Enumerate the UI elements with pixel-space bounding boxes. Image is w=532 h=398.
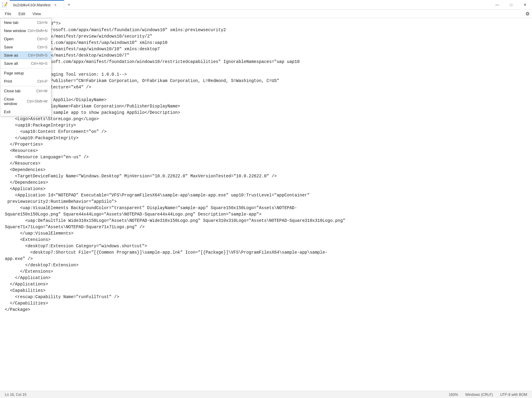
active-tab[interactable]: bu2xblkv4.b3r.Manifest ✕ xyxy=(10,0,64,10)
menu-file[interactable]: File xyxy=(1,10,15,18)
menu-divider xyxy=(0,68,51,68)
menu-item-label: New tab xyxy=(4,20,18,25)
menu-item-save[interactable]: SaveCtrl+S xyxy=(0,43,51,51)
menu-item-new-window[interactable]: New windowCtrl+Shift+N xyxy=(0,27,51,35)
menu-view[interactable]: View xyxy=(29,10,44,18)
close-button[interactable]: ✕ xyxy=(518,0,532,10)
menu-item-shortcut: Ctrl+N xyxy=(37,21,47,25)
tab-close-button[interactable]: ✕ xyxy=(53,3,58,7)
menu-item-close-window[interactable]: Close windowCtrl+Shift+W xyxy=(0,95,51,108)
status-right: 160% Windows (CRLF) UTF-8 with BOM xyxy=(449,393,527,397)
menu-item-label: Save xyxy=(4,45,13,49)
menu-item-save-as[interactable]: Save asCtrl+Shift+S xyxy=(0,51,51,59)
settings-icon[interactable]: ⚙ xyxy=(525,11,530,17)
maximize-button[interactable]: □ xyxy=(504,0,518,10)
menu-item-shortcut: Ctrl+Shift+S xyxy=(28,53,47,58)
zoom-level[interactable]: 160% xyxy=(449,393,458,397)
menu-item-print[interactable]: PrintCtrl+P xyxy=(0,77,51,85)
new-tab-button[interactable]: + xyxy=(64,0,74,10)
menu-divider xyxy=(0,86,51,86)
text-editor[interactable]: 0" encoding="utf-8"?> ttp://schemas.micr… xyxy=(0,18,532,391)
menu-item-label: Page setup xyxy=(4,71,24,75)
menu-item-new-tab[interactable]: New tabCtrl+N xyxy=(0,18,51,27)
status-left: Ln 16, Col 15 xyxy=(5,393,26,397)
menu-item-open[interactable]: OpenCtrl+O xyxy=(0,35,51,43)
menu-item-shortcut: Ctrl+P xyxy=(37,79,47,84)
menu-item-label: Exit xyxy=(4,110,11,114)
menu-item-label: Close tab xyxy=(4,89,21,93)
menu-item-shortcut: Ctrl+Shift+N xyxy=(28,29,47,33)
menu-item-page-setup[interactable]: Page setup xyxy=(0,69,51,77)
menu-item-close-tab[interactable]: Close tabCtrl+W xyxy=(0,87,51,95)
minimize-button[interactable]: — xyxy=(490,0,504,10)
menu-item-label: Save as xyxy=(4,53,18,58)
title-bar: 📝 bu2xblkv4.b3r.Manifest ✕ + — □ ✕ xyxy=(0,0,532,10)
tab-label: bu2xblkv4.b3r.Manifest xyxy=(13,3,51,7)
menu-item-label: Close window xyxy=(4,97,27,106)
line-ending[interactable]: Windows (CRLF) xyxy=(465,393,493,397)
menu-item-exit[interactable]: Exit xyxy=(0,108,51,116)
cursor-position: Ln 16, Col 15 xyxy=(5,393,26,397)
menu-edit[interactable]: Edit xyxy=(15,10,29,18)
app-icon: 📝 xyxy=(0,0,10,10)
menu-item-shortcut: Ctrl+W xyxy=(36,89,47,93)
menu-item-label: Save all xyxy=(4,61,18,66)
encoding[interactable]: UTF-8 with BOM xyxy=(500,393,527,397)
window-controls: — □ ✕ xyxy=(490,0,532,10)
menu-item-label: New window xyxy=(4,28,26,33)
status-bar: Ln 16, Col 15 160% Windows (CRLF) UTF-8 … xyxy=(0,391,532,398)
menu-item-save-all[interactable]: Save allCtrl+Alt+S xyxy=(0,59,51,67)
menu-item-label: Open xyxy=(4,37,14,41)
menu-item-shortcut: Ctrl+S xyxy=(37,45,47,49)
title-bar-left: 📝 bu2xblkv4.b3r.Manifest ✕ + xyxy=(0,0,490,10)
menu-item-shortcut: Ctrl+Alt+S xyxy=(31,61,47,66)
menu-item-shortcut: Ctrl+O xyxy=(37,37,47,41)
menu-item-shortcut: Ctrl+Shift+W xyxy=(27,99,47,104)
menu-item-label: Print xyxy=(4,79,12,84)
menu-bar: File Edit View ⚙ xyxy=(0,10,532,18)
file-dropdown-menu: New tabCtrl+NNew windowCtrl+Shift+NOpenC… xyxy=(0,18,51,116)
